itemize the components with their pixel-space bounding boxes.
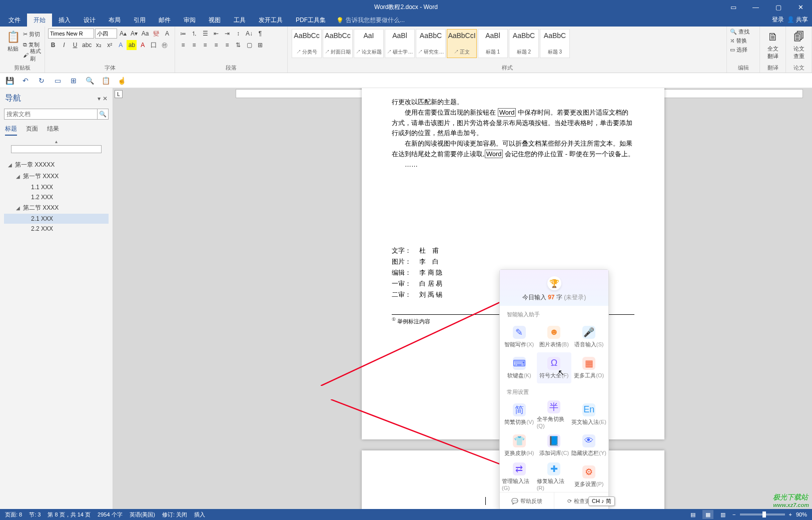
- style-item[interactable]: AaBl↗ 硕士学…: [385, 29, 415, 58]
- nav-tab-headings[interactable]: 标题: [5, 125, 17, 136]
- nav-tab-pages[interactable]: 页面: [26, 125, 38, 136]
- superscript-button[interactable]: x²: [105, 40, 115, 50]
- style-gallery[interactable]: AaBbCc↗ 分类号AaBbCc↗ 封面日期AaI↗ 论文标题AaBl↗ 硕士…: [291, 28, 571, 59]
- ime-item-更多设置[interactable]: ⚙更多设置(P): [571, 461, 606, 492]
- nav-dropdown-icon[interactable]: ▾: [98, 95, 101, 102]
- status-insert-mode[interactable]: 插入: [194, 511, 205, 518]
- cut-button[interactable]: ✂ 剪切: [23, 29, 42, 39]
- paste-button[interactable]: 📋 粘贴: [3, 28, 23, 54]
- style-item[interactable]: AaBbC标题 2: [509, 29, 539, 58]
- ime-item-智能写作[interactable]: ✎智能写作(X): [502, 321, 537, 352]
- ime-item-简繁切换[interactable]: 简简繁切换(V): [502, 399, 537, 430]
- tab-home[interactable]: 开始: [27, 14, 52, 27]
- ime-item-管理输入法[interactable]: ⇄管理输入法(G): [502, 461, 537, 492]
- multilevel-list-button[interactable]: ☰: [200, 29, 210, 39]
- style-item[interactable]: AaBbCcI↗ 正文: [447, 29, 477, 58]
- shading-button[interactable]: ▢: [244, 40, 254, 50]
- strikethrough-button[interactable]: abc: [81, 40, 93, 50]
- sort-button[interactable]: A↓: [244, 29, 254, 39]
- share-button[interactable]: 👤 共享: [787, 16, 808, 24]
- select-button[interactable]: ▭ 选择: [730, 46, 747, 54]
- style-item[interactable]: AaBl标题 1: [478, 29, 508, 58]
- ime-help-feedback[interactable]: 💬 帮助反馈: [500, 492, 554, 509]
- nav-close-button[interactable]: ✕: [103, 95, 108, 102]
- zoom-in-button[interactable]: +: [789, 511, 792, 517]
- font-size-combo[interactable]: 小四: [95, 29, 117, 39]
- nav-search-button[interactable]: 🔍: [98, 109, 109, 120]
- ime-item-更多工具[interactable]: ▦更多工具(O): [571, 352, 606, 383]
- tab-file[interactable]: 文件: [2, 14, 27, 27]
- numbering-button[interactable]: ⒈: [189, 29, 199, 39]
- nav-collapse-icon[interactable]: ▴: [4, 139, 109, 144]
- style-item[interactable]: AaBbCc↗ 分类号: [292, 29, 322, 58]
- ribbon-display-options-button[interactable]: ▭: [722, 0, 744, 14]
- clear-format-button[interactable]: A: [162, 29, 172, 39]
- shrink-font-button[interactable]: A▾: [129, 29, 139, 39]
- table-button[interactable]: ⊞: [69, 76, 78, 85]
- ime-item-全半角切换[interactable]: 半全半角切换(Q): [537, 399, 572, 430]
- replace-button[interactable]: ⤮ 替换: [730, 37, 747, 45]
- nav-filter-box[interactable]: [11, 145, 102, 153]
- tell-me-search[interactable]: 💡告诉我您想要做什么...: [332, 14, 409, 27]
- zoom-out-button[interactable]: −: [732, 511, 735, 517]
- maximize-button[interactable]: ▢: [767, 0, 789, 14]
- align-right-button[interactable]: ≡: [200, 40, 210, 50]
- line-spacing-button[interactable]: ⇅: [233, 40, 243, 50]
- nav-tab-results[interactable]: 结果: [47, 125, 59, 136]
- font-color-button[interactable]: A: [138, 40, 148, 50]
- format-painter-button[interactable]: 🖌 格式刷: [23, 50, 42, 60]
- full-translate-button[interactable]: 🗎全文 翻译: [763, 28, 783, 61]
- ime-item-修复输入法[interactable]: ✚修复输入法(R): [537, 461, 572, 492]
- tab-selector[interactable]: L: [115, 90, 123, 98]
- text-direction-button[interactable]: ↕: [233, 29, 243, 39]
- tab-view[interactable]: 视图: [202, 14, 227, 27]
- find-button[interactable]: 🔍 查找: [730, 28, 749, 36]
- print-preview-button[interactable]: 🔍: [85, 76, 94, 85]
- document-area[interactable]: L 3 2 1 1 2 3 4 5 6 7 8 9 10 11 12 13 14…: [113, 88, 812, 509]
- web-layout-button[interactable]: ▥: [717, 510, 728, 519]
- tab-pdf-tools[interactable]: PDF工具集: [289, 14, 332, 27]
- align-center-button[interactable]: ≡: [189, 40, 199, 50]
- nav-tree-item[interactable]: ◢第一节 XXXX: [4, 171, 109, 182]
- highlight-button[interactable]: ab: [127, 40, 137, 50]
- underline-button[interactable]: U: [70, 40, 80, 50]
- nav-tree-item[interactable]: 2.2 XXX: [4, 224, 109, 234]
- redo-button[interactable]: ↻: [37, 76, 46, 85]
- status-page-of[interactable]: 第 8 页，共 14 页: [48, 511, 91, 518]
- phonetic-guide-button[interactable]: 變: [151, 29, 161, 39]
- tab-design[interactable]: 设计: [77, 14, 102, 27]
- ime-item-软键盘[interactable]: ⌨软键盘(K): [502, 352, 537, 383]
- ime-item-图片表情[interactable]: ☻图片表情(B): [537, 321, 572, 352]
- nav-tree-item[interactable]: 1.1 XXX: [4, 182, 109, 192]
- ime-status-badge[interactable]: CH ♪ 简: [588, 496, 615, 506]
- bullets-button[interactable]: ≔: [178, 29, 188, 39]
- distribute-button[interactable]: ≡: [222, 40, 232, 50]
- ime-item-更换皮肤[interactable]: 👕更换皮肤(H): [502, 430, 537, 461]
- char-border-button[interactable]: 囗: [149, 40, 159, 50]
- status-section[interactable]: 节: 3: [29, 511, 41, 518]
- nav-tree-item[interactable]: ◢第二节 XXXX: [4, 202, 109, 214]
- new-button[interactable]: ▭: [53, 76, 62, 85]
- justify-button[interactable]: ≡: [211, 40, 221, 50]
- tab-references[interactable]: 引用: [127, 14, 152, 27]
- touch-button[interactable]: ☝: [117, 76, 126, 85]
- read-mode-button[interactable]: ▤: [687, 510, 698, 519]
- close-button[interactable]: ✕: [789, 0, 812, 14]
- zoom-slider[interactable]: [740, 513, 785, 515]
- nav-tree-item[interactable]: 1.2 XXX: [4, 192, 109, 202]
- ime-item-符号大全[interactable]: Ω符号大全(F): [537, 352, 572, 383]
- ime-item-语音输入[interactable]: 🎤语音输入(S): [571, 321, 606, 352]
- login-link[interactable]: 登录: [772, 16, 784, 24]
- bold-button[interactable]: B: [48, 40, 58, 50]
- zoom-level[interactable]: 90%: [796, 511, 807, 517]
- paste-qat-button[interactable]: 📋: [101, 76, 110, 85]
- decrease-indent-button[interactable]: ⇤: [211, 29, 221, 39]
- undo-button[interactable]: ↶: [21, 76, 30, 85]
- grow-font-button[interactable]: A▴: [118, 29, 128, 39]
- tab-insert[interactable]: 插入: [52, 14, 77, 27]
- subscript-button[interactable]: x₂: [94, 40, 104, 50]
- style-item[interactable]: AaBbC标题 3: [540, 29, 570, 58]
- ime-item-隐藏状态栏[interactable]: 👁隐藏状态栏(Y): [571, 430, 606, 461]
- increase-indent-button[interactable]: ⇥: [222, 29, 232, 39]
- status-word-count[interactable]: 2954 个字: [98, 511, 123, 518]
